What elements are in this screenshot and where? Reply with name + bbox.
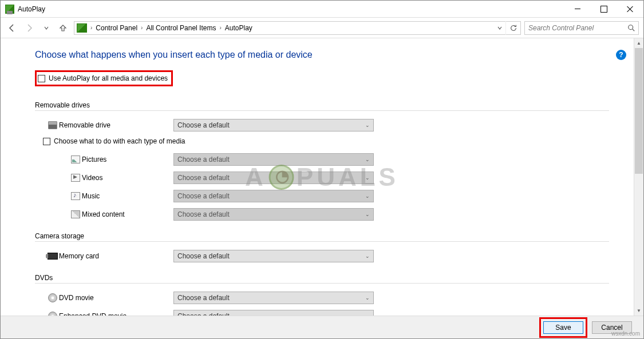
scroll-up-button[interactable]: ▲ [634,38,643,48]
section-camera-storage: Camera storage [35,232,609,242]
maximize-button[interactable] [591,1,617,18]
section-removable-drives: Removable drives [35,101,609,111]
memory-card-dropdown[interactable]: Choose a default⌄ [173,250,374,262]
mixed-content-icon [71,210,80,218]
pictures-label: Pictures [82,155,173,163]
svg-line-1 [633,29,635,31]
chevron-right-icon[interactable]: › [218,25,222,31]
section-dvds: DVDs [35,274,609,284]
footer-bar: Save Cancel [1,316,643,338]
back-button[interactable] [4,20,20,36]
chevron-right-icon[interactable]: › [140,25,144,31]
use-autoplay-checkbox[interactable] [38,75,45,82]
removable-drive-icon [48,121,57,129]
chevron-right-icon[interactable]: › [89,25,93,31]
up-button[interactable] [56,23,70,33]
window-title: AutoPlay [18,5,45,13]
enhanced-dvd-icon [48,312,57,316]
pictures-dropdown[interactable]: Choose a default⌄ [173,153,374,166]
memory-card-icon [48,253,58,260]
search-box[interactable] [524,21,639,35]
scroll-down-button[interactable]: ▼ [634,306,643,316]
breadcrumb-mid[interactable]: All Control Panel Items [144,24,218,32]
memory-card-label: Memory card [59,252,173,260]
save-button[interactable]: Save [543,321,583,334]
videos-icon [71,174,80,182]
pictures-icon [71,155,80,163]
choose-media-type-label: Choose what to do with each type of medi… [54,137,185,145]
search-input[interactable] [525,24,625,32]
autoplay-icon [5,5,14,14]
choose-media-type-checkbox[interactable] [43,138,50,145]
enhanced-dvd-dropdown[interactable]: Choose a default⌄ [173,310,374,316]
help-icon[interactable]: ? [616,50,626,60]
mixed-content-dropdown[interactable]: Choose a default⌄ [173,208,374,221]
highlight-autoplay-checkbox: Use AutoPlay for all media and devices [35,70,173,86]
address-bar[interactable]: › Control Panel › All Control Panel Item… [74,21,521,35]
attribution-text: wsxdn.com [611,330,640,337]
scroll-thumb[interactable] [635,48,643,174]
page-title: Choose what happens when you insert each… [35,50,609,60]
dvd-movie-dropdown[interactable]: Choose a default⌄ [173,292,374,304]
removable-drive-dropdown[interactable]: Choose a default⌄ [173,119,374,131]
refresh-button[interactable] [505,21,520,35]
content-area: ? Choose what happens when you insert ea… [1,38,643,316]
videos-label: Videos [82,174,173,182]
breadcrumb-root[interactable]: Control Panel [93,24,140,32]
dvd-movie-icon [48,293,57,302]
music-label: Music [82,192,173,200]
breadcrumb-leaf[interactable]: AutoPlay [223,24,255,32]
svg-point-0 [629,25,633,29]
videos-dropdown[interactable]: Choose a default⌄ [173,172,374,184]
location-icon [77,23,87,33]
forward-button[interactable] [21,20,37,36]
address-dropdown[interactable] [494,25,505,31]
minimize-button[interactable] [564,1,591,18]
music-dropdown[interactable]: Choose a default⌄ [173,190,374,202]
dvd-movie-label: DVD movie [59,294,173,302]
highlight-save-button: Save [539,317,587,338]
recent-locations-button[interactable] [38,20,54,36]
search-icon[interactable] [625,24,638,32]
removable-drive-label: Removable drive [59,121,173,129]
close-button[interactable] [617,1,643,18]
use-autoplay-label: Use AutoPlay for all media and devices [49,74,168,82]
title-bar: AutoPlay [1,1,643,18]
music-icon [71,192,80,200]
navigation-bar: › Control Panel › All Control Panel Item… [1,18,643,38]
mixed-content-label: Mixed content [82,210,173,218]
vertical-scrollbar[interactable]: ▲ ▼ [634,38,643,316]
